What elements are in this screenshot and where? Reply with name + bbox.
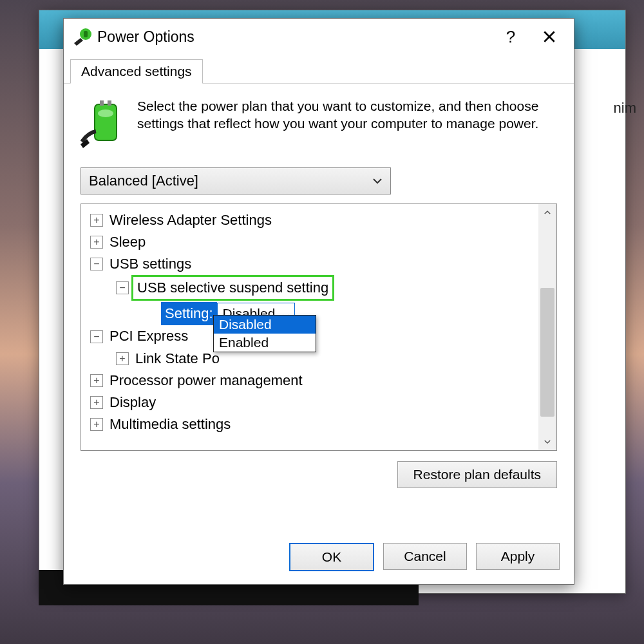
tree-node-sleep[interactable]: + Sleep [90, 231, 537, 253]
collapse-icon[interactable]: − [116, 281, 129, 294]
dropdown-option-enabled[interactable]: Enabled [214, 334, 316, 352]
expand-icon[interactable]: + [90, 396, 103, 409]
apply-button[interactable]: Apply [476, 543, 560, 570]
close-button[interactable] [530, 21, 569, 52]
dialog-title: Power Options [93, 28, 491, 46]
battery-icon [80, 98, 126, 149]
tree-node-wireless[interactable]: + Wireless Adapter Settings [90, 209, 537, 231]
close-icon [542, 30, 556, 44]
tree-node-multimedia[interactable]: + Multimedia settings [90, 413, 537, 435]
dialog-button-row: OK Cancel Apply [64, 533, 574, 584]
svg-rect-3 [100, 100, 104, 106]
tree-node-display[interactable]: + Display [90, 392, 537, 413]
tree-label: Multimedia settings [109, 413, 231, 435]
restore-row: Restore plan defaults [80, 461, 557, 488]
tree-label: Sleep [109, 231, 146, 253]
tree-label-highlighted: USB selective suspend setting [131, 275, 334, 301]
intro-row: Select the power plan that you want to c… [80, 98, 557, 149]
background-window-text: nim [614, 100, 636, 117]
intro-description: Select the power plan that you want to c… [137, 98, 557, 149]
tab-strip: Advanced settings [64, 57, 574, 84]
tree-label: PCI Express [109, 325, 188, 347]
tree-node-usb-suspend[interactable]: − USB selective suspend setting [90, 275, 537, 301]
collapse-icon[interactable]: − [90, 258, 103, 270]
scroll-down-button[interactable] [538, 433, 556, 450]
expand-icon[interactable]: + [90, 214, 103, 227]
power-options-dialog: Power Options ? Advanced settings S [63, 18, 574, 585]
chevron-up-icon [543, 208, 552, 217]
collapse-icon[interactable]: − [90, 330, 103, 343]
expand-icon[interactable]: + [90, 236, 103, 249]
dialog-content: Select the power plan that you want to c… [64, 84, 574, 533]
tree-label: USB settings [109, 253, 191, 275]
svg-rect-4 [108, 100, 111, 106]
cancel-button[interactable]: Cancel [383, 543, 467, 570]
chevron-down-icon [543, 437, 552, 446]
tree-label: Link State Po [135, 348, 220, 370]
setting-label: Setting: [161, 302, 217, 325]
restore-defaults-button[interactable]: Restore plan defaults [397, 461, 557, 488]
expand-icon[interactable]: + [90, 374, 103, 387]
tab-advanced-settings[interactable]: Advanced settings [70, 59, 203, 84]
chevron-down-icon [371, 175, 384, 187]
tree-label: Display [109, 392, 156, 413]
tree-node-usb-settings[interactable]: − USB settings [90, 253, 537, 275]
help-button[interactable]: ? [491, 21, 530, 52]
tree-node-processor[interactable]: + Processor power management [90, 370, 537, 392]
ok-button[interactable]: OK [289, 543, 374, 571]
power-plan-select[interactable]: Balanced [Active] [80, 167, 391, 194]
power-plan-selected-label: Balanced [Active] [89, 173, 198, 189]
dialog-titlebar: Power Options ? [64, 19, 574, 55]
power-plug-icon [73, 26, 93, 47]
dropdown-option-disabled[interactable]: Disabled [214, 316, 316, 334]
svg-point-5 [98, 109, 113, 117]
expand-icon[interactable]: + [90, 418, 103, 431]
scroll-up-button[interactable] [538, 204, 556, 221]
tree-label: Processor power management [109, 370, 303, 392]
scrollbar[interactable] [538, 204, 556, 450]
svg-rect-1 [84, 31, 88, 37]
setting-dropdown-list[interactable]: Disabled Enabled [213, 315, 316, 352]
scrollbar-thumb[interactable] [540, 288, 554, 417]
tree-label: Wireless Adapter Settings [109, 209, 272, 231]
settings-tree: + Wireless Adapter Settings + Sleep − US… [80, 204, 557, 451]
expand-icon[interactable]: + [116, 352, 129, 365]
